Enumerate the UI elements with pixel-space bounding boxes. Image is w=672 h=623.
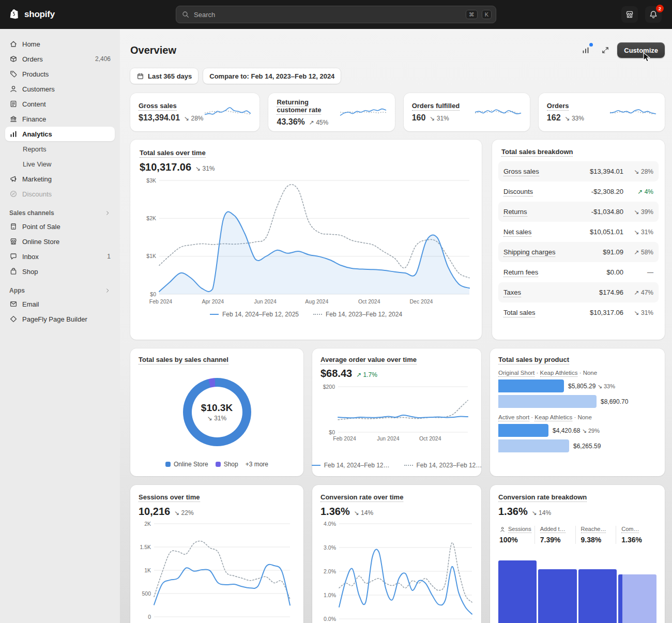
metric-title[interactable]: Gross sales	[139, 102, 203, 110]
insights-icon	[582, 46, 590, 54]
metric-title[interactable]: Orders	[547, 102, 584, 110]
sidebar-item-marketing[interactable]: Marketing	[5, 172, 115, 186]
product-bar-value: $8,690.70	[601, 398, 628, 405]
person-icon	[499, 526, 506, 533]
sidebar-item-label: Point of Sale	[22, 223, 111, 231]
notifications-button[interactable]: 2	[645, 6, 662, 23]
compare-chip[interactable]: Compare to: Feb 14, 2023–Feb 12, 2024	[203, 68, 341, 84]
product-group-original-short: Original Short · Keap Athletics · None$5…	[498, 370, 656, 408]
pagefly-icon	[9, 315, 18, 323]
shopify-logo[interactable]: shopify	[0, 8, 55, 21]
funnel-bar-reache[interactable]	[578, 569, 617, 623]
fullscreen-button[interactable]	[598, 42, 613, 58]
sparkline-chart	[203, 102, 252, 122]
sidebar-item-label: Home	[22, 40, 111, 48]
product-name: Active short · Keap Athletics · None	[498, 414, 656, 420]
breakdown-label[interactable]: Net sales	[503, 228, 590, 236]
sidebar-item-reports[interactable]: Reports	[5, 142, 115, 156]
product-bars: Original Short · Keap Athletics · None$5…	[498, 363, 656, 452]
page-header: Overview Customize	[130, 42, 665, 58]
email-icon	[9, 300, 18, 308]
kpi-change: ↘ 28%	[184, 115, 203, 122]
sidebar-item-products[interactable]: Products	[5, 67, 115, 81]
orders-icon	[9, 55, 18, 63]
analytics-icon	[9, 130, 18, 138]
breakdown-row-gross-sales: Gross sales$13,394.01↘ 28%	[498, 161, 659, 181]
sidebar-item-finance[interactable]: Finance	[5, 112, 115, 126]
insights-button[interactable]	[578, 42, 593, 58]
date-range-chip[interactable]: Last 365 days	[130, 68, 198, 84]
metric-title[interactable]: Returning customer rate	[277, 98, 338, 114]
breakdown-change: ↗ 58%	[623, 249, 653, 256]
breakdown-change: ↘ 39%	[623, 208, 653, 216]
metric-title[interactable]: Orders fulfilled	[412, 102, 460, 110]
global-search-input[interactable]: Search ⌘ K	[176, 6, 496, 23]
metric-title[interactable]: Total sales by sales channel	[139, 356, 295, 363]
sidebar-item-label: Analytics	[22, 130, 111, 138]
funnel-bar-sessions[interactable]	[498, 560, 537, 623]
breakdown-label[interactable]: Discounts	[503, 188, 591, 195]
svg-text:Dec 2024: Dec 2024	[410, 298, 433, 305]
sidebar-item-pagefly-page-builder[interactable]: PageFly Page Builder	[5, 312, 115, 326]
product-bar[interactable]	[498, 395, 597, 408]
sidebar-item-analytics[interactable]: Analytics	[5, 127, 115, 141]
metric-title[interactable]: Total sales over time	[140, 149, 206, 158]
sidebar-section-sales-channels[interactable]: Sales channels	[9, 209, 111, 217]
product-bar[interactable]	[498, 439, 569, 452]
metric-title[interactable]: Sessions over time	[139, 493, 200, 502]
funnel-change: ↘ 14%	[532, 509, 551, 516]
channel-donut-chart[interactable]: $10.3K ↘ 31%	[183, 378, 251, 446]
breakdown-change: ↗ 4%	[623, 188, 653, 195]
sidebar-section-apps[interactable]: Apps	[9, 287, 111, 294]
chev-icon	[104, 210, 111, 216]
metric-title[interactable]: Total sales breakdown	[498, 148, 576, 156]
svg-text:4.0%: 4.0%	[324, 521, 336, 527]
sidebar-item-orders[interactable]: Orders2,406	[5, 52, 115, 66]
store-switcher-button[interactable]	[621, 6, 638, 23]
product-bar[interactable]	[498, 424, 548, 437]
product-bar[interactable]	[498, 379, 564, 392]
svg-text:Oct 2024: Oct 2024	[419, 435, 441, 442]
sessions-change: ↘ 22%	[174, 509, 193, 516]
legend-item: Online Store	[165, 461, 208, 468]
metric-title[interactable]: Conversion rate over time	[320, 493, 403, 502]
sidebar-item-shop[interactable]: Shop	[5, 264, 115, 279]
metric-title[interactable]: Conversion rate breakdown	[498, 493, 587, 502]
metric-title[interactable]: Total sales by product	[498, 356, 656, 363]
topbar-actions: 2	[621, 6, 672, 23]
kpi-row: Gross sales$13,394.01↘ 28%Returning cust…	[130, 93, 665, 131]
sidebar-item-label: Finance	[22, 115, 111, 123]
kpi-card-orders: Orders162↘ 33%	[539, 93, 665, 131]
store-icon	[625, 10, 634, 19]
sidebar-item-live-view[interactable]: Live View	[5, 157, 115, 171]
sidebar-item-email[interactable]: Email	[5, 297, 115, 311]
kpi-value: 43.36%	[277, 117, 304, 127]
funnel-bar-com[interactable]	[618, 574, 656, 623]
breakdown-label[interactable]: Gross sales	[503, 168, 590, 175]
svg-text:$0: $0	[150, 291, 156, 297]
sidebar-item-customers[interactable]: Customers	[5, 82, 115, 96]
sidebar-item-inbox[interactable]: Inbox1	[5, 249, 115, 264]
sidebar-item-online-store[interactable]: Online Store	[5, 234, 115, 249]
funnel-bar-added-t[interactable]	[538, 569, 576, 623]
customize-button[interactable]: Customize	[617, 42, 665, 58]
breakdown-change: —	[623, 269, 653, 276]
sidebar-item-home[interactable]: Home	[5, 37, 115, 51]
legend-item: Feb 14, 2023–Feb 12, 2024	[313, 311, 402, 318]
search-placeholder: Search	[194, 11, 462, 19]
kpi-card-returning-customer-rate: Returning customer rate43.36%↗ 45%	[268, 93, 394, 131]
products-icon	[9, 70, 18, 78]
breakdown-label[interactable]: Return fees	[503, 268, 606, 276]
breakdown-label[interactable]: Total sales	[503, 309, 590, 316]
sidebar-item-label: Email	[22, 300, 111, 308]
sidebar-item-content[interactable]: Content	[5, 97, 115, 111]
breakdown-label[interactable]: Returns	[503, 208, 591, 216]
metric-title[interactable]: Average order value over time	[320, 356, 473, 363]
svg-text:Feb 2024: Feb 2024	[149, 298, 173, 305]
breakdown-label[interactable]: Shipping charges	[503, 248, 603, 256]
breakdown-row-taxes: Taxes$174.96↗ 47%	[498, 282, 659, 302]
breakdown-label[interactable]: Taxes	[503, 288, 599, 296]
conversion-chart: 4.0%3.0%2.0%1.0%0.0%	[320, 521, 476, 623]
kpi-value: 160	[412, 113, 426, 123]
sidebar-item-point-of-sale[interactable]: Point of Sale	[5, 219, 115, 234]
